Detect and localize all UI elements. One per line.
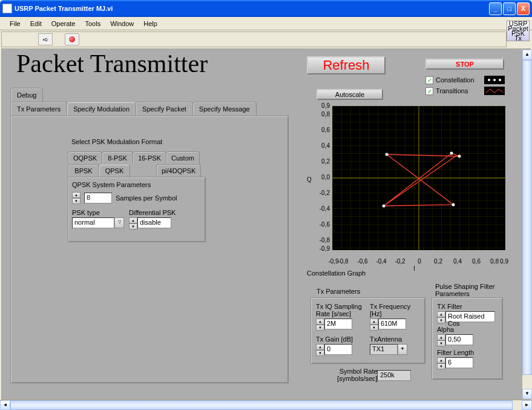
menu-file[interactable]: File [5,19,25,28]
ytick: 0,4 [310,142,330,149]
record-icon [69,36,75,42]
ytick: 0,0 [310,174,330,180]
alpha-label: Alpha [437,326,498,333]
scroll-down-icon[interactable]: ▼ [522,389,532,399]
graph-title: Constellation Graph [307,269,366,277]
legend-transitions-label: Transitions [436,87,482,94]
tab-specify-message[interactable]: Specify Message [192,102,257,116]
abort-button[interactable] [65,33,79,45]
symbol-rate-label: Symbol Rate [symbols/sec] [337,368,378,382]
mod-16psk[interactable]: 16-PSK [133,151,166,164]
tx-gain-spinner[interactable]: ▲▼ [316,344,324,356]
svg-point-2 [499,79,501,81]
tx-gain-input[interactable]: 0 [324,344,352,355]
tab-specify-packet[interactable]: Specify Packet [136,102,193,116]
mod-custom[interactable]: Custom [166,151,200,164]
menu-operate[interactable]: Operate [47,19,80,28]
tx-parameters-group: Tx IQ Sampling Rate [s/sec] ▲▼2M Tx Freq… [310,297,425,364]
mod-bpsk[interactable]: BPSK [68,164,99,177]
plot-legend: ✓ Constellation ✓ Transitions [425,76,505,95]
menubar: File Edit Operate Tools Window Help [0,17,532,30]
xtick: -0,4 [374,258,389,265]
vscroll-thumb[interactable] [522,60,532,375]
scroll-up-icon[interactable]: ▲ [522,50,532,60]
menu-window[interactable]: Window [105,19,139,28]
titlebar: USRP Packet Transmitter MJ.vi _ □ X [0,0,532,17]
samples-per-symbol-input[interactable]: 8 [84,193,112,203]
filter-length-input[interactable]: 6 [445,357,473,368]
tx-filter-label: TX Filter [437,303,498,310]
maximize-button[interactable]: □ [503,2,516,15]
plot-area[interactable] [332,106,505,250]
autoscale-button[interactable]: Autoscale [317,89,383,100]
tx-gain-label: Tx Gain [dB] [316,336,366,343]
transitions-checkbox[interactable]: ✓ [425,87,433,95]
close-button[interactable]: X [517,2,530,15]
diff-psk-select[interactable]: disable [137,217,171,228]
psf-title: Pulse Shaping Filter Parameters [435,283,494,297]
ytick: 0,2 [310,158,330,165]
xtick: -0,2 [393,258,407,265]
tx-freq-spinner[interactable]: ▲▼ [370,319,378,331]
xtick: 0,6 [469,258,484,265]
psk-type-select[interactable]: normal [72,217,114,228]
tab-specify-modulation[interactable]: Specify Modulation [67,102,136,116]
tx-antenna-select[interactable]: TX1 [370,344,398,355]
tx-filter-select[interactable]: Root Raised Cos [445,311,495,322]
scroll-left-icon[interactable]: ◄ [0,400,10,410]
refresh-button[interactable]: Refresh [307,56,386,74]
alpha-input[interactable]: 0,50 [445,334,473,345]
qpsk-panel-title: QPSK System Parameters [72,181,202,188]
ytick: 0,9 [310,102,330,109]
ytick: -0,8 [310,237,330,243]
tx-params-title: Tx Parameters [317,288,360,295]
menu-tools[interactable]: Tools [80,19,105,28]
xtick: 0,2 [431,258,445,265]
minimize-button[interactable]: _ [489,2,502,15]
menu-edit[interactable]: Edit [25,19,47,28]
psk-type-dropdown-icon[interactable]: ▽ [114,217,124,228]
mod-oqpsk[interactable]: OQPSK [68,151,102,164]
mod-qpsk[interactable]: QPSK [99,164,130,177]
iq-rate-input[interactable]: 2M [324,319,352,329]
scroll-right-icon[interactable]: ► [522,400,532,410]
alpha-spinner[interactable]: ▲▼ [437,334,445,346]
horizontal-scrollbar[interactable]: ◄ ► [0,400,532,410]
mod-pi4dqpsk[interactable]: pi/4DQPSK [156,164,201,177]
vertical-scrollbar[interactable]: ▲ ▼ [522,50,532,399]
ytick: -0,2 [310,190,330,196]
svg-point-10 [450,152,453,155]
tx-freq-input[interactable]: 610M [378,319,406,329]
ytick: 0,6 [310,127,330,133]
tab-debug[interactable]: Debug [10,88,43,102]
iq-rate-spinner[interactable]: ▲▼ [316,319,324,331]
psk-type-label: PSK type [72,209,124,216]
xtick: -0,6 [355,258,370,265]
samples-label: Samples per Symbol [116,194,177,202]
front-panel: Packet Transmitter Debug Tx Parameters S… [1,48,531,400]
diff-psk-label: Differential PSK [129,209,176,216]
hscroll-thumb[interactable] [10,400,513,410]
xtick: -0,8 [336,258,350,265]
svg-point-7 [452,203,455,207]
tx-freq-label: Tx Frequency [Hz] [370,303,420,317]
tx-antenna-label: TxAntenna [370,336,420,343]
x-axis-label: I [413,265,415,272]
menu-help[interactable]: Help [139,19,162,28]
samples-spinner[interactable]: ▲▼ [72,192,80,204]
mod-8psk[interactable]: 8-PSK [102,151,133,164]
stop-button[interactable]: STOP [425,59,504,70]
page-title: Packet Transmitter [16,49,208,78]
filter-length-spinner[interactable]: ▲▼ [437,357,445,369]
ytick: -0,4 [310,205,330,212]
ytick: 0,8 [310,111,330,117]
xtick: 0 [412,258,427,265]
tx-antenna-dropdown-icon[interactable]: ▼ [398,344,407,355]
constellation-checkbox[interactable]: ✓ [425,76,433,84]
tab-tx-parameters[interactable]: Tx Parameters [10,102,67,116]
svg-point-0 [488,79,490,81]
diff-psk-spinner[interactable]: ▲▼ [129,217,137,230]
tab-body: Select PSK Modulation Format OQPSK 8-PSK… [10,116,289,383]
tx-filter-spinner[interactable]: ▲▼ [437,311,445,323]
run-button[interactable]: ➪ [38,33,53,45]
